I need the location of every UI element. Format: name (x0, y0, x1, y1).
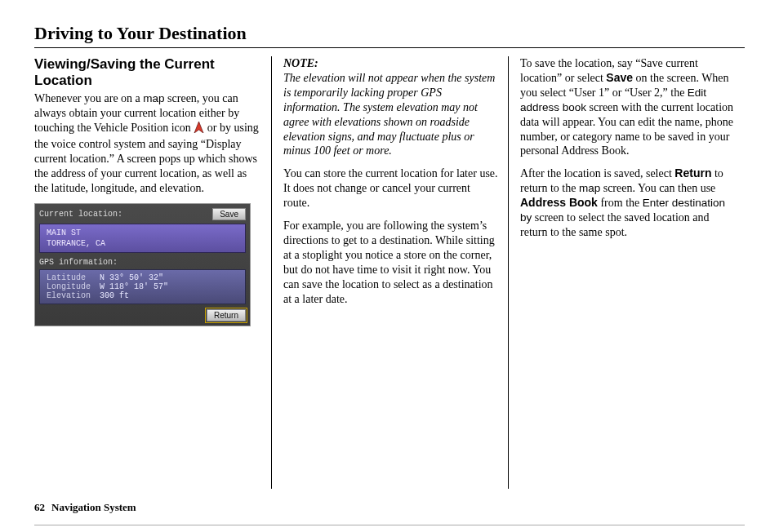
col2-p3: For example, you are following the syste… (283, 219, 498, 306)
map-word-2: map (579, 182, 600, 194)
col3-p2-a: After the location is saved, select (520, 167, 674, 180)
column-layout: Viewing/Saving the Current Location When… (34, 56, 745, 489)
gps-lat-row: Latitude N 33° 50' 32" (47, 273, 238, 282)
address-book-word: Address Book (520, 196, 598, 209)
gps-elev-row: Elevation 300 ft (47, 291, 238, 300)
gps-screenshot: Current location: Save MAIN ST TORRANCE,… (34, 203, 251, 326)
vehicle-position-icon (194, 122, 204, 137)
gps-lon-key: Longitude (47, 282, 100, 291)
note-body: The elevation will not appear when the s… (283, 72, 495, 157)
title-rule (34, 47, 745, 48)
svg-marker-0 (194, 122, 203, 133)
return-word: Return (674, 166, 711, 180)
gps-bottom-row: Return (39, 309, 246, 321)
column-3: To save the location, say “Save current … (508, 56, 745, 489)
col1-p1-pre: Whenever you are on a (34, 92, 143, 104)
gps-lon-val: W 118° 18' 57" (100, 282, 168, 291)
bottom-rule (34, 525, 745, 525)
column-2: NOTE: The elevation will not appear when… (271, 56, 508, 489)
gps-lon-row: Longitude W 118° 18' 57" (47, 282, 238, 291)
col2-p2: You can store the current location for l… (283, 166, 498, 211)
col3-p2-e: screen to select the saved location and … (520, 211, 710, 238)
gps-header-row: Current location: Save (39, 208, 246, 220)
map-word: map (143, 92, 164, 104)
gps-info-box: Latitude N 33° 50' 32" Longitude W 118° … (39, 269, 246, 304)
page-number: 62 (34, 501, 45, 513)
gps-elev-val: 300 ft (100, 291, 129, 300)
gps-lat-key: Latitude (47, 273, 100, 282)
gps-address-box: MAIN ST TORRANCE, CA (39, 224, 246, 253)
col3-p2-c: screen. You can then use (600, 182, 715, 194)
gps-lat-val: N 33° 50' 32" (100, 273, 163, 282)
gps-address-line2: TORRANCE, CA (47, 238, 238, 249)
page-footer: 62Navigation System (34, 501, 136, 514)
gps-address-line1: MAIN ST (47, 228, 238, 238)
note-heading: NOTE: (283, 57, 318, 69)
gps-save-button: Save (212, 208, 246, 220)
gps-info-label: GPS information: (39, 258, 246, 267)
gps-elev-key: Elevation (47, 291, 100, 300)
gps-return-button: Return (207, 309, 246, 321)
col3-p2-d: from the (598, 197, 643, 209)
col1-body: Whenever you are on a map screen, you ca… (34, 91, 261, 195)
column-1: Viewing/Saving the Current Location When… (34, 56, 271, 489)
chapter-title: Driving to Your Destination (34, 23, 745, 47)
book-title: Navigation System (51, 501, 136, 513)
save-word: Save (606, 71, 633, 84)
gps-header-label: Current location: (39, 210, 122, 219)
section-title: Viewing/Saving the Current Location (34, 56, 261, 88)
